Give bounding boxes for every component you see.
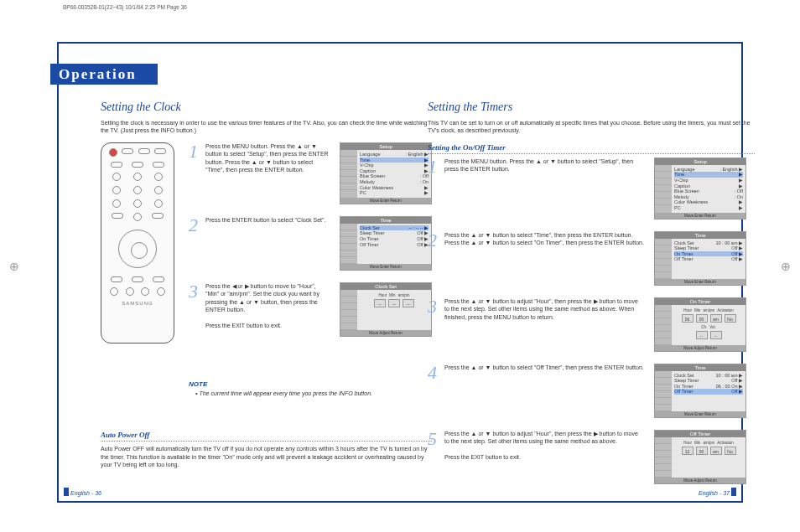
osd-title: Clock Set (340, 283, 431, 290)
section-title-clock: Setting the Clock (101, 101, 428, 114)
crop-mark-icon: ⊕ (7, 260, 22, 275)
osd-menu: Setup Language: English ▶Time▶V-Chip▶Cap… (340, 142, 432, 204)
osd-category-icon (340, 163, 357, 170)
remote-button (112, 173, 121, 181)
osd-category-icon (655, 457, 672, 464)
osd-row: Off TimerOff ▶ (674, 389, 743, 395)
osd-title: Time (340, 217, 431, 224)
osd-footer: Move Adjust Return (340, 330, 431, 336)
section-title-timers: Setting the Timers (428, 101, 755, 114)
osd-category-icon (655, 172, 672, 178)
remote-button (112, 213, 123, 219)
remote-button (141, 287, 149, 296)
osd-menu: Time Clock Set10 : 00 am ▶Sleep TimerOff… (654, 231, 746, 286)
remote-button (111, 276, 122, 282)
osd-footer: Move Enter Return (655, 411, 745, 417)
osd-category-icon (340, 230, 357, 237)
subsection-auto-power: Auto Power Off (101, 431, 432, 442)
osd-clock-label: Min (389, 293, 395, 297)
osd-category-icon (655, 165, 672, 172)
instruction-step: 5 Press the ▲ or ▼ button to adjust "Hou… (428, 430, 746, 484)
osd-category-icon (655, 338, 672, 345)
remote-button (154, 148, 166, 154)
auto-power-body: Auto Power OFF will automatically turn t… (101, 445, 432, 468)
instruction-step: 3 Press the ▲ or ▼ button to adjust "Hou… (428, 297, 746, 352)
osd-row: Time▶ (360, 158, 429, 163)
osd-row: V-Chip▶ (360, 163, 429, 168)
osd-menu: Off Timer HourMinam/pmActivation 1200amN… (654, 430, 746, 484)
remote-button (132, 162, 143, 168)
osd-clock-cell: -- (374, 299, 386, 307)
osd-title: Time (655, 232, 745, 239)
nav-ring-icon (118, 230, 157, 268)
step-number: 2 (428, 231, 439, 250)
osd-menu: Setup Language: English ▶Time▶V-Chip▶Cap… (654, 158, 746, 220)
osd-category-icon (340, 237, 357, 244)
osd-footer: Move Adjust Return (655, 345, 745, 351)
instruction-step: 1 Press the MENU button. Press the ▲ or … (428, 158, 746, 220)
page-frame: Setting the Clock Setting the clock is n… (57, 42, 743, 503)
osd-clock-cell: am (710, 314, 722, 323)
osd-row: V-Chip▶ (674, 178, 743, 183)
step-text: Press the ▲ or ▼ button to select "Time"… (444, 231, 649, 247)
osd-row: Blue Screen: Off (360, 173, 429, 179)
osd-clock-label: Activation (717, 308, 734, 312)
osd-menu: On Timer HourMinam/pmActivation 0600amNo… (654, 297, 746, 352)
osd-category-icon (340, 297, 357, 303)
osd-row: Color Weakness▶ (674, 199, 743, 205)
osd-category-icon (655, 405, 672, 411)
osd-row: Language: English ▶ (360, 152, 429, 158)
section-intro: Setting the clock is necessary in order … (101, 119, 428, 135)
instruction-step: 2 Press the ▲ or ▼ button to select "Tim… (428, 231, 746, 286)
osd-menu: Time Clock Set-- : -- -- ▶Sleep TimerOff… (340, 216, 432, 271)
osd-category-icon (655, 332, 672, 338)
step-text: Press the ENTER button to select "Clock … (205, 216, 335, 224)
osd-category-icon (655, 239, 672, 245)
power-icon (109, 148, 117, 157)
step-number: 1 (189, 142, 200, 161)
osd-footer: Move Adjust Return (655, 478, 745, 483)
osd-clock-label: Vol. (709, 325, 716, 329)
osd-clock-cell: -- (696, 331, 708, 339)
osd-category-icon (655, 192, 672, 199)
osd-row: On TimerOff ▶ (360, 236, 429, 242)
osd-category-icon (655, 471, 672, 478)
osd-category-icon (340, 251, 357, 257)
osd-row: Time▶ (674, 172, 743, 178)
osd-row: PC▶ (674, 205, 743, 211)
osd-category-icon (655, 185, 672, 192)
osd-category-icon (655, 312, 672, 318)
osd-footer: Move Enter Return (655, 279, 745, 285)
osd-category-icon (340, 224, 357, 230)
osd-category-icon (655, 451, 672, 457)
osd-clock-label: am/pm (703, 308, 714, 312)
osd-row: Caption▶ (674, 183, 743, 189)
osd-menu: Clock Set HourMinam/pm ------Move Adjust… (340, 282, 432, 337)
osd-category-icon (655, 378, 672, 385)
osd-clock-label: am/pm (703, 441, 714, 445)
osd-category-icon (655, 305, 672, 312)
remote-button (112, 186, 121, 194)
step-number: 3 (189, 282, 200, 301)
osd-row: Clock Set10 : 00 am ▶ (674, 240, 743, 246)
osd-title: Setup (655, 158, 745, 165)
steps-column: 1 Press the MENU button. Press the ▲ or … (189, 142, 432, 349)
osd-clock-cell: -- (388, 299, 400, 307)
page-right: Setting the Timers This TV can be set to… (428, 101, 755, 496)
remote-button (112, 199, 121, 208)
osd-clock-cell: No (725, 447, 736, 455)
step-text: Press the ▲ or ▼ button to adjust "Hour"… (444, 430, 649, 462)
step-number: 1 (428, 158, 439, 176)
osd-clock-label: Activation (717, 441, 734, 445)
osd-row: Language: English ▶ (674, 167, 743, 173)
osd-footer: Move Enter Return (340, 264, 431, 270)
osd-category-icon (655, 385, 672, 391)
footer-accent-icon (731, 488, 736, 496)
osd-category-icon (655, 266, 672, 272)
print-header: BP68-00352B-01(22~43) 10/1/04 2:25 PM Pa… (63, 4, 187, 10)
remote-button (133, 199, 142, 208)
step-number: 5 (428, 430, 439, 448)
osd-row: Clock Set-- : -- -- ▶ (360, 225, 429, 231)
osd-clock-cell: -- (710, 331, 722, 339)
osd-row: Clock Set10 : 00 am ▶ (674, 373, 743, 379)
